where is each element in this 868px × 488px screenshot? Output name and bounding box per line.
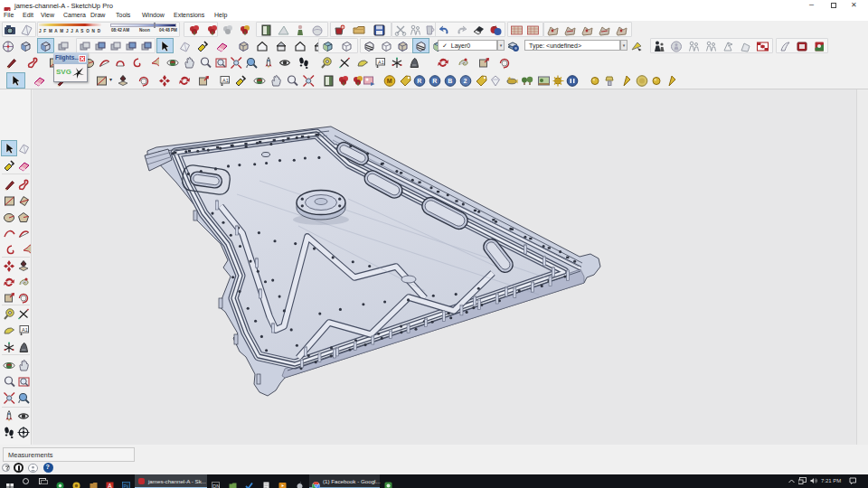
svg-text:A1: A1 (222, 78, 229, 83)
svg-text:M: M (387, 78, 392, 84)
svg-text:Ps: Ps (123, 483, 128, 488)
svg-text:DN: DN (212, 483, 220, 488)
svg-text:J F M A M J J A S O N D: J F M A M J J A S O N D (39, 29, 101, 33)
svg-text:A: A (108, 483, 112, 488)
svg-text:A1: A1 (22, 327, 28, 333)
svg-text:R: R (432, 78, 437, 84)
svg-text:R: R (417, 78, 421, 84)
svg-text:B: B (448, 78, 452, 84)
svg-text:2: 2 (464, 78, 467, 84)
svg-text:A1: A1 (378, 60, 384, 65)
